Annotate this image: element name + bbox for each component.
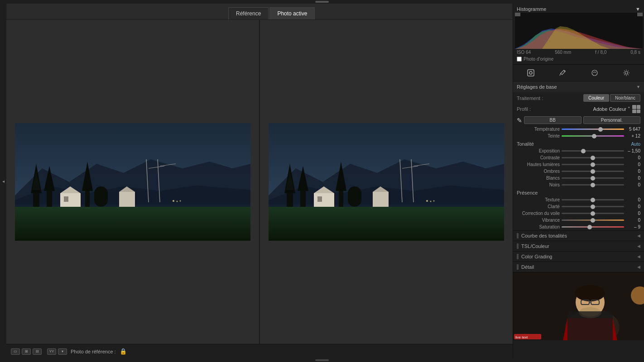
lock-icon[interactable]: 🔒 (120, 348, 127, 355)
photo-tabs: Référence Photo active (6, 4, 513, 20)
vibrance-thumb[interactable] (591, 218, 595, 223)
vibrance-track[interactable] (562, 219, 624, 221)
correction-voile-label: Correction du voile (517, 211, 560, 216)
webcam-overlay: live text (513, 272, 644, 340)
clarte-thumb[interactable] (591, 205, 595, 209)
personnal-select[interactable]: Personnal. (583, 116, 641, 124)
texture-track[interactable] (562, 199, 624, 200)
correction-voile-track[interactable] (562, 213, 624, 214)
temperature-row: Température 5 647 (513, 126, 644, 133)
contraste-track[interactable] (562, 157, 624, 158)
correction-voile-thumb[interactable] (591, 211, 595, 216)
temperature-value: 5 647 (626, 127, 640, 132)
svg-rect-38 (348, 186, 361, 207)
photo-panel-reference (6, 20, 260, 344)
split-view (6, 20, 513, 344)
exposition-value: – 1,50 (626, 148, 640, 153)
basic-settings-header[interactable]: Réglages de base ▼ (513, 81, 644, 92)
histogram-arrow[interactable]: ▼ (635, 6, 640, 12)
svg-point-47 (433, 200, 435, 202)
noirblanc-btn[interactable]: Noir/blanc (610, 94, 640, 102)
active-image (269, 123, 504, 241)
clarte-row: Clarté 0 (513, 203, 644, 210)
single-view-icon[interactable]: ▭ (11, 348, 20, 355)
exposition-track[interactable] (562, 150, 624, 152)
bottom-scroll (0, 358, 644, 362)
histogram-canvas (515, 13, 643, 49)
clarte-label: Clarté (517, 204, 560, 209)
left-panel-toggle[interactable]: ◂ (0, 4, 6, 358)
correction-voile-value: 0 (626, 211, 640, 216)
svg-point-56 (625, 71, 628, 74)
extra-icon-2[interactable]: ▾ (58, 348, 67, 355)
tonalite-header: Tonalité Auto (513, 139, 644, 148)
profil-value: Adobe Couleur ˅ (593, 105, 640, 113)
ombres-label: Ombres (517, 169, 560, 174)
grid-view-icon[interactable]: ⊞ (22, 348, 31, 355)
hautes-lumieres-label: Hautes lumières (517, 162, 560, 167)
texture-thumb[interactable] (591, 198, 595, 202)
blancs-label: Blancs (517, 176, 560, 181)
svg-point-46 (430, 201, 432, 202)
tab-active[interactable]: Photo active (269, 7, 315, 19)
noirs-track[interactable] (562, 184, 624, 186)
exposition-thumb[interactable] (581, 149, 586, 153)
heal-tool[interactable] (588, 67, 601, 78)
clarte-track[interactable] (562, 206, 624, 207)
hautes-lumieres-track[interactable] (562, 164, 624, 165)
settings-tool[interactable] (620, 67, 633, 78)
vibrance-label: Vibrance (517, 218, 560, 223)
noirs-thumb[interactable] (591, 183, 595, 187)
correction-voile-row: Correction du voile 0 (513, 210, 644, 217)
bb-eyedropper[interactable]: ✎ (517, 117, 522, 124)
couleur-btn[interactable]: Couleur (583, 94, 609, 102)
svg-line-53 (560, 73, 561, 76)
color-grading-section[interactable]: Color Grading ◀ (513, 252, 644, 262)
blancs-track[interactable] (562, 177, 624, 179)
main-area: ◂ Référence Photo active (0, 4, 644, 358)
reference-label: Photo de référence : (71, 349, 116, 354)
hautes-lumieres-thumb[interactable] (591, 162, 595, 167)
origine-checkbox[interactable] (517, 57, 522, 62)
detail-section[interactable]: Détail ◀ (513, 262, 644, 272)
blancs-thumb[interactable] (591, 176, 595, 181)
extra-icons: YY ▾ (47, 348, 67, 355)
top-bar (0, 0, 644, 4)
teinte-thumb[interactable] (592, 134, 596, 138)
courbe-label: Courbe des tonalités (521, 233, 567, 238)
histogram-title: Histogramme (517, 6, 546, 12)
saturation-thumb[interactable] (587, 225, 592, 229)
ombres-thumb[interactable] (591, 169, 595, 174)
detail-indicator (517, 264, 519, 270)
profil-grid[interactable] (632, 105, 640, 113)
vibrance-row: Vibrance 0 (513, 217, 644, 224)
extra-icon-1[interactable]: YY (47, 348, 56, 355)
tsl-section[interactable]: TSL/Couleur ◀ (513, 241, 644, 252)
temperature-thumb[interactable] (598, 127, 603, 132)
svg-rect-35 (317, 196, 322, 202)
traitement-row: Traitement : Couleur Noir/blanc (513, 92, 644, 104)
compare-view-icon[interactable]: ⊟ (33, 348, 42, 355)
color-grading-indicator (517, 254, 519, 259)
tsl-arrow: ◀ (637, 244, 640, 248)
ombres-track[interactable] (562, 171, 624, 172)
svg-point-22 (177, 201, 178, 202)
basic-settings-arrow: ▼ (636, 85, 640, 89)
temperature-track[interactable] (562, 129, 624, 130)
teinte-track[interactable] (562, 135, 624, 137)
eyedropper-tool[interactable] (556, 67, 569, 78)
contraste-thumb[interactable] (591, 156, 595, 160)
profil-text[interactable]: Adobe Couleur ˅ (593, 106, 630, 112)
tab-reference[interactable]: Référence (228, 7, 269, 19)
bb-select[interactable]: BB (524, 116, 582, 124)
bottom-bar: ▭ ⊞ ⊟ YY ▾ Photo de référence : 🔒 (6, 344, 513, 358)
courbe-section[interactable]: Courbe des tonalités ◀ (513, 231, 644, 241)
saturation-track[interactable] (562, 226, 624, 228)
svg-point-54 (564, 71, 566, 72)
svg-rect-14 (94, 186, 108, 207)
auto-btn[interactable]: Auto (631, 142, 640, 147)
develop-tool[interactable] (524, 67, 537, 78)
traitement-buttons: Couleur Noir/blanc (583, 94, 640, 102)
color-grading-label: Color Grading (521, 254, 552, 259)
basic-settings-section: Réglages de base ▼ Traitement : Couleur … (513, 81, 644, 231)
